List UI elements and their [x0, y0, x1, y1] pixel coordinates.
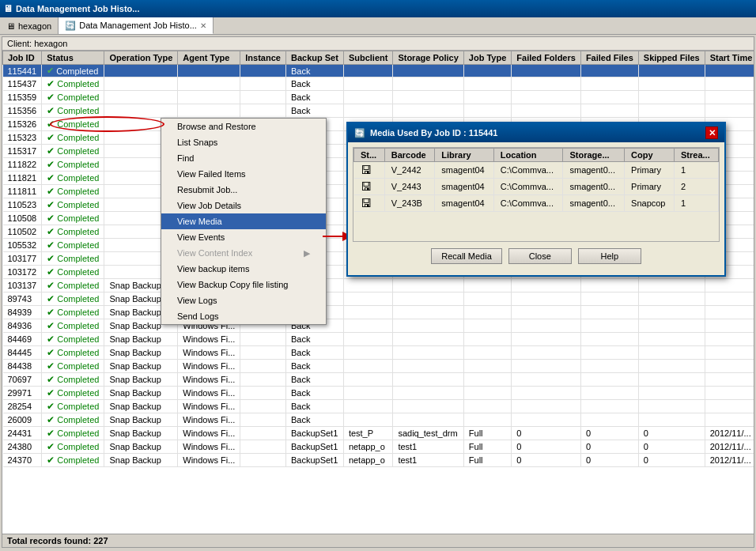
client-bar: Client: hexagon [2, 37, 754, 51]
context-menu-item-view-events[interactable]: View Events [161, 229, 326, 245]
dialog-col-stream: Strea... [675, 149, 719, 162]
context-menu-item-send-logs[interactable]: Send Logs [161, 308, 326, 324]
table-row[interactable]: 115441 ✔ Completed Back [3, 65, 754, 77]
cell-job-id: 103172 [3, 266, 42, 279]
cell-status: ✔ Completed [42, 65, 104, 77]
cell-skipped-files [638, 91, 705, 104]
table-row[interactable]: 84445 ✔Completed Snap Backup Windows Fi.… [3, 346, 754, 360]
cell-job-id: 111821 [3, 172, 42, 185]
cell-backup-set: Back [285, 77, 343, 91]
cell-agent-type: Windows Fi... [178, 427, 240, 440]
cell-status: ✔Completed [42, 172, 104, 185]
recall-media-button[interactable]: Recall Media [431, 248, 502, 264]
cell-failed-files: 0 [580, 427, 638, 440]
dialog-table-container[interactable]: St... Barcode Library Location Storage..… [353, 147, 720, 242]
table-header-row: Job ID Status Operation Type Agent Type … [3, 51, 754, 65]
cell-status: ✔Completed [42, 387, 104, 400]
dialog-close-button[interactable]: ✕ [705, 126, 718, 139]
cell-job-id: 84438 [3, 360, 42, 373]
dialog-cell-status: 🖫 [354, 195, 385, 212]
cell-subclient [343, 373, 393, 387]
context-menu-item-view-backup-copy[interactable]: View Backup Copy file listing [161, 277, 326, 292]
dialog-cell-location: C:\Commva... [493, 162, 563, 179]
cell-start-time [705, 104, 754, 118]
table-row[interactable]: 89743 ✔Completed Snap Backup Windows Fi.… [3, 292, 754, 306]
table-row[interactable]: 24431 ✔Completed Snap Backup Windows Fi.… [3, 427, 754, 440]
cell-job-type [463, 319, 511, 333]
context-menu-item-find[interactable]: Find [161, 150, 326, 166]
context-menu-item-view-backup-items[interactable]: View backup items [161, 261, 326, 277]
cell-op-type: Snap Backup [104, 387, 178, 400]
cell-failed-folders [512, 77, 581, 91]
cell-start-time [705, 360, 754, 373]
tab-datamgmt-label: Data Management Job Histo... [79, 21, 197, 30]
dialog-cell-stream: 1 [675, 195, 719, 212]
cell-job-type [463, 292, 511, 306]
dialog-cell-library: smagent04 [435, 162, 493, 179]
cell-op-type: Snap Backup [104, 333, 178, 346]
table-row[interactable]: 70697 ✔Completed Snap Backup Windows Fi.… [3, 373, 754, 387]
cell-job-id: 115356 [3, 104, 42, 118]
table-row[interactable]: 26009 ✔Completed Snap Backup Windows Fi.… [3, 413, 754, 427]
table-row[interactable]: 84939 ✔Completed Snap Backup Windows Fi.… [3, 306, 754, 319]
close-button[interactable]: Close [508, 248, 572, 264]
cell-storage-policy [393, 413, 463, 427]
cell-failed-files [580, 65, 638, 77]
table-row[interactable]: 84438 ✔Completed Snap Backup Windows Fi.… [3, 360, 754, 373]
cell-job-id: 28254 [3, 400, 42, 413]
context-menu-item-view-logs[interactable]: View Logs [161, 292, 326, 308]
tab-datamgmt[interactable]: 🔄 Data Management Job Histo... ✕ [59, 17, 214, 34]
cell-skipped-files [638, 77, 705, 91]
table-row[interactable]: 115356 ✔Completed Back [3, 104, 754, 118]
cell-failed-folders [512, 104, 581, 118]
cell-agent-type [178, 104, 240, 118]
cell-skipped-files [638, 104, 705, 118]
dialog-table-row[interactable]: 🖫 V_2442 smagent04 C:\Commva... smagent0… [354, 162, 719, 179]
cell-failed-folders [512, 292, 581, 306]
context-menu-item-resubmit-job[interactable]: Resubmit Job... [161, 182, 326, 198]
table-row[interactable]: 24380 ✔Completed Snap Backup Windows Fi.… [3, 440, 754, 454]
dialog-table: St... Barcode Library Location Storage..… [353, 148, 719, 212]
tab-hexagon-icon: 🖥 [6, 21, 15, 31]
table-row[interactable]: 84469 ✔Completed Snap Backup Windows Fi.… [3, 333, 754, 346]
cell-job-id: 115437 [3, 77, 42, 91]
cell-agent-type: Windows Fi... [178, 373, 240, 387]
cell-failed-folders [512, 91, 581, 104]
cell-backup-set: Back [285, 333, 343, 346]
context-menu-item-browse-restore[interactable]: Browse and Restore [161, 119, 326, 134]
table-row[interactable]: 28254 ✔Completed Snap Backup Windows Fi.… [3, 400, 754, 413]
context-menu-item-view-failed-items[interactable]: View Failed Items [161, 166, 326, 182]
table-row[interactable]: 115437 ✔Completed Back [3, 77, 754, 91]
table-row[interactable]: 29971 ✔Completed Snap Backup Windows Fi.… [3, 387, 754, 400]
dialog-table-row[interactable]: 🖫 V_243B smagent04 C:\Commva... smagent0… [354, 195, 719, 212]
col-job-type: Job Type [463, 51, 511, 65]
cell-failed-files: 0 [580, 440, 638, 454]
tab-hexagon[interactable]: 🖥 hexagon [0, 17, 59, 34]
table-row[interactable]: 103137 ✔Completed Snap Backup Windows Fi… [3, 279, 754, 292]
tab-datamgmt-close[interactable]: ✕ [200, 21, 206, 30]
dialog-table-row[interactable]: 🖫 V_2443 smagent04 C:\Commva... smagent0… [354, 179, 719, 195]
col-backup-set: Backup Set [285, 51, 343, 65]
table-row[interactable]: 24370 ✔Completed Snap Backup Windows Fi.… [3, 454, 754, 467]
cell-backup-set: Back [285, 104, 343, 118]
dialog-cell-copy: Primary [625, 162, 675, 179]
table-row[interactable]: 84936 ✔Completed Snap Backup Windows Fi.… [3, 319, 754, 333]
dialog-col-status: St... [354, 149, 385, 162]
cell-status: ✔Completed [42, 158, 104, 172]
cell-backup-set: BackupSet1 [285, 454, 343, 467]
cell-backup-set: Back [285, 65, 343, 77]
context-menu-item-view-job-details[interactable]: View Job Details [161, 198, 326, 213]
help-button[interactable]: Help [578, 248, 641, 264]
table-row[interactable]: 115359 ✔Completed Back [3, 91, 754, 104]
cell-failed-folders [512, 65, 581, 77]
cell-failed-folders [512, 360, 581, 373]
dialog-cell-copy: Primary [625, 179, 675, 195]
status-bar-text: Total records found: 227 [7, 536, 108, 545]
context-menu-item-view-media[interactable]: View Media [161, 213, 326, 229]
cell-backup-set: BackupSet1 [285, 427, 343, 440]
dialog-cell-storage: smagent0... [563, 179, 625, 195]
context-menu-item-list-snaps[interactable]: List Snaps [161, 134, 326, 150]
cell-status: ✔Completed [42, 212, 104, 225]
cell-status: ✔Completed [42, 198, 104, 212]
cell-status: ✔Completed [42, 279, 104, 292]
